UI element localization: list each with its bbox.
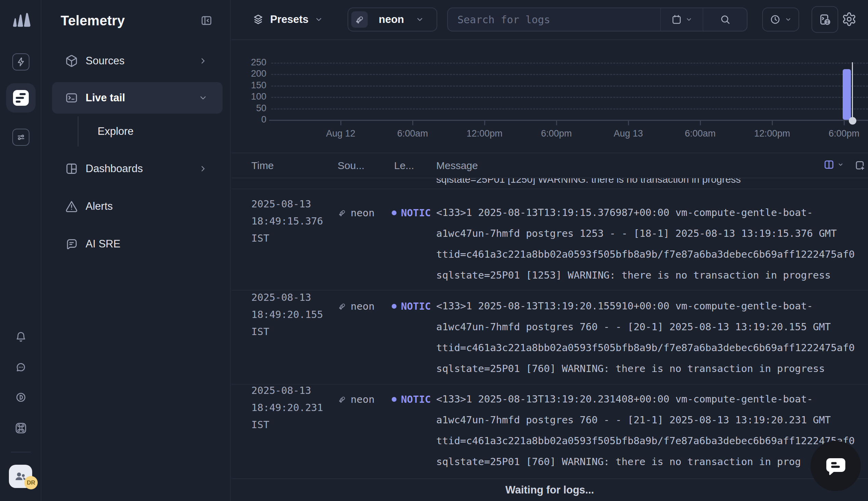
log-time: 2025-08-1318:49:20.231IST — [251, 382, 334, 433]
sidebar-item-label: Live tail — [86, 92, 125, 104]
log-time: 2025-08-1318:49:20.155IST — [251, 289, 334, 340]
message-line: ttid=c461a3c221a8bb02a0593f505bfb8a9b/f7… — [436, 338, 868, 358]
run-search-button[interactable] — [703, 8, 747, 31]
settings-nav-button[interactable] — [12, 129, 30, 146]
search-input[interactable] — [448, 8, 660, 31]
clipped-log-text: sqlstate=25P01 [1250] WARNING: there is … — [436, 178, 741, 185]
notifications-button[interactable] — [12, 329, 30, 345]
presets-dropdown[interactable]: Presets — [252, 8, 323, 31]
quickstart-nav-button[interactable] — [12, 53, 30, 71]
sidebar: Telemetry Sources Live tail — [42, 0, 231, 501]
time-scrubber-line — [852, 62, 853, 123]
time-range-button[interactable] — [762, 8, 799, 31]
collapse-sidebar-button[interactable] — [200, 14, 213, 27]
x-axis-tick-label: 6:00am — [673, 128, 728, 139]
message-square-icon — [65, 237, 78, 250]
log-row[interactable]: 2025-08-1318:49:15.376ISTneonNOTIC<133>1… — [232, 189, 868, 290]
layers-icon — [252, 14, 264, 25]
alert-triangle-icon — [65, 200, 78, 213]
chat-dots-icon — [15, 361, 27, 373]
command-palette-button[interactable] — [12, 419, 30, 437]
source-select[interactable]: neon — [348, 8, 437, 31]
table-footer: Waiting for logs... — [232, 478, 868, 501]
sidebar-item-label: Alerts — [86, 200, 113, 213]
clipped-log-row[interactable]: sqlstate=25P01 [1250] WARNING: there is … — [232, 178, 868, 189]
log-source: neon — [338, 202, 374, 223]
chevron-down-icon — [315, 15, 323, 24]
date-filter-button[interactable] — [661, 8, 702, 31]
sidebar-item-label: AI SRE — [86, 238, 120, 250]
sidebar-item-sources[interactable]: Sources — [52, 45, 223, 77]
column-header-source[interactable]: Sou... — [338, 153, 364, 178]
add-column-button[interactable] — [854, 159, 866, 171]
feedback-button[interactable] — [12, 359, 30, 376]
user-initials-badge[interactable]: DR — [24, 476, 38, 489]
x-axis-tick-label: 12:00pm — [745, 128, 800, 139]
app-logo[interactable] — [10, 12, 32, 30]
y-axis-tick-label: 250 — [236, 57, 266, 68]
add-column-icon — [854, 159, 866, 171]
logs-nav-button-active[interactable] — [6, 83, 35, 113]
sidebar-item-label: Dashboards — [86, 162, 143, 175]
support-chat-fab[interactable] — [811, 441, 861, 491]
log-table-header: Time Sou... Le... Message — [232, 153, 868, 178]
log-level: NOTIC — [392, 296, 431, 317]
sidebar-item-alerts[interactable]: Alerts — [52, 191, 223, 222]
icon-rail: DR — [0, 0, 41, 501]
x-axis-tick — [628, 121, 629, 125]
pipeline-icon — [338, 395, 347, 404]
histogram-bar[interactable] — [843, 69, 851, 120]
search-icon — [719, 14, 731, 25]
x-axis-tick-label: Aug 13 — [601, 128, 656, 139]
column-layout-button[interactable] — [823, 159, 844, 170]
histogram-plot-area: Aug 126:00am12:00pm6:00pmAug 136:00am12:… — [271, 40, 868, 153]
message-line: <133>1 2025-08-13T13:19:20.231408+00:00 … — [436, 389, 868, 409]
y-axis-tick-label: 0 — [236, 114, 266, 125]
sidebar-item-ai-sre[interactable]: AI SRE — [52, 228, 223, 260]
package-icon — [65, 54, 78, 67]
sidebar-item-explore[interactable]: Explore — [98, 118, 207, 145]
chevron-right-icon — [199, 164, 208, 173]
log-search-bar — [447, 8, 748, 31]
rail-divider — [11, 452, 31, 452]
gridline — [271, 63, 868, 64]
settings-button[interactable] — [841, 12, 857, 27]
terminal-icon — [65, 92, 78, 104]
log-level: NOTIC — [392, 202, 431, 223]
log-row[interactable]: 2025-08-1318:49:20.155ISTneonNOTIC<133>1… — [232, 290, 868, 385]
message-line: sqlstate=25P01 [760] WARNING: there is n… — [436, 451, 868, 472]
clock-icon — [770, 14, 781, 25]
log-row[interactable]: 2025-08-1318:49:20.231ISTneonNOTIC<133>1… — [232, 385, 868, 478]
pipeline-icon — [351, 11, 368, 28]
theme-toggle-button[interactable] — [12, 389, 30, 406]
column-header-level[interactable]: Le... — [394, 153, 414, 178]
log-source-name: neon — [351, 394, 374, 405]
share-view-button[interactable] — [812, 6, 838, 33]
column-header-time[interactable]: Time — [251, 153, 274, 178]
logs-histogram: Aug 126:00am12:00pm6:00pmAug 136:00am12:… — [232, 40, 868, 153]
log-level-text: NOTIC — [401, 300, 431, 312]
sidebar-item-live-tail[interactable]: Live tail — [52, 82, 223, 114]
x-axis-tick — [700, 121, 701, 125]
page-title: Telemetry — [61, 13, 125, 29]
command-icon — [15, 422, 27, 434]
terminal-share-icon — [818, 13, 832, 26]
x-axis-tick-label: 6:00am — [385, 128, 440, 139]
bell-icon — [15, 331, 27, 343]
sidebar-item-dashboards[interactable]: Dashboards — [52, 153, 223, 184]
log-level: NOTIC — [392, 389, 431, 409]
column-header-message[interactable]: Message — [436, 153, 478, 178]
level-dot — [392, 304, 396, 309]
time-scrubber-handle[interactable] — [849, 117, 856, 125]
presets-label: Presets — [270, 13, 308, 26]
columns-icon — [823, 159, 835, 170]
x-axis-tick — [412, 121, 413, 125]
x-axis-line — [269, 120, 868, 121]
log-message: <133>1 2025-08-13T13:19:20.155910+00:00 … — [436, 296, 868, 379]
message-line: a1wc47un-7hmfd postgres 760 - - [20-1] 2… — [436, 317, 868, 338]
log-source-name: neon — [351, 300, 374, 312]
y-axis-tick-label: 100 — [236, 92, 266, 102]
chevron-down-icon — [837, 161, 844, 168]
x-axis-tick — [484, 121, 485, 125]
gridline — [271, 86, 868, 87]
